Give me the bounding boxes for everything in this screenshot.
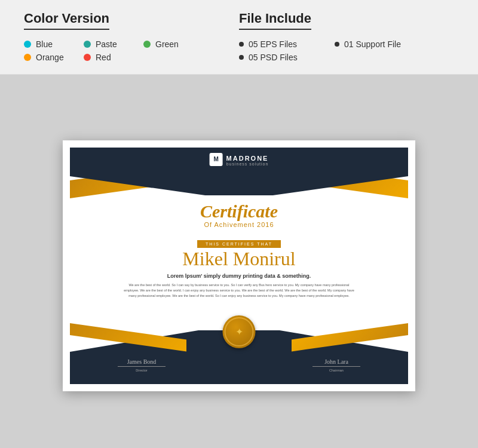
wax-seal: ✦ <box>223 315 256 348</box>
cert-title-sub: Of Achivement 2016 <box>200 221 278 228</box>
cert-brand-name: MADRONE <box>226 155 269 162</box>
paste-dot <box>84 41 91 48</box>
wax-seal-icon: ✦ <box>235 326 243 337</box>
blue-dot <box>24 41 31 48</box>
color-label-orange: Orange <box>36 53 64 62</box>
certificate-inner: M MADRONE business solution Certificate … <box>70 148 408 384</box>
sig-right-line <box>312 366 360 367</box>
bullet-dot-psd <box>239 55 244 60</box>
orange-dot <box>24 54 31 61</box>
cert-body-text: We are the best of the world. So I can s… <box>124 283 354 298</box>
color-version-title: Color Version <box>24 11 109 30</box>
color-version-section: Color Version Blue Paste Green Orange Re… <box>24 11 239 62</box>
color-item-orange: Orange <box>24 53 84 62</box>
top-bar: Color Version Blue Paste Green Orange Re… <box>0 0 478 75</box>
file-item-eps: 05 EPS Files <box>239 39 335 49</box>
file-item-psd: 05 PSD Files <box>239 53 335 62</box>
file-label-support: 01 Support File <box>344 39 401 49</box>
color-item-blue: Blue <box>24 39 84 49</box>
certificate-frame: M MADRONE business solution Certificate … <box>63 140 415 391</box>
cert-logo-icon: M <box>210 153 223 166</box>
color-label-green: Green <box>155 39 179 49</box>
sig-left-title: Director <box>118 369 166 372</box>
cert-tagline: Lorem lpsum' simply dummy printing data … <box>167 273 311 279</box>
bullet-dot-support <box>335 42 339 47</box>
file-include-title: File Include <box>239 11 311 30</box>
cert-logo: M MADRONE business solution <box>210 152 269 166</box>
color-list: Blue Paste Green Orange Red <box>24 39 239 62</box>
cert-recipient-name: Mikel Monirul <box>182 248 295 270</box>
color-item-paste: Paste <box>84 39 143 49</box>
cert-title-area: Certificate Of Achivement 2016 <box>200 201 278 228</box>
cert-brand-sub: business solution <box>226 162 269 166</box>
color-item-red: Red <box>84 53 143 62</box>
sig-left-line <box>118 366 166 367</box>
file-list: 05 EPS Files 01 Support File 05 PSD File… <box>239 39 454 62</box>
cert-brand-group: MADRONE business solution <box>226 152 269 166</box>
file-label-psd: 05 PSD Files <box>249 53 298 62</box>
certifies-label: THIS CERTIFIES THAT <box>197 240 281 248</box>
cert-title-main: Certificate <box>200 201 278 221</box>
sig-left-name: James Bond <box>118 358 166 365</box>
file-include-section: File Include 05 EPS Files 01 Support Fil… <box>239 11 454 62</box>
cert-header-content: M MADRONE business solution <box>210 152 269 166</box>
bullet-dot-eps <box>239 42 244 47</box>
sig-left: James Bond Director <box>118 358 166 372</box>
sig-right-name: John Lara <box>312 358 360 365</box>
color-item-green: Green <box>143 39 203 49</box>
file-item-support: 01 Support File <box>335 39 430 49</box>
file-label-eps: 05 EPS Files <box>249 39 297 49</box>
color-label-paste: Paste <box>96 39 117 49</box>
color-label-red: Red <box>96 53 111 62</box>
red-dot <box>84 54 91 61</box>
color-label-blue: Blue <box>36 39 53 49</box>
green-dot <box>143 41 151 48</box>
sig-right-title: Chairman <box>312 369 360 372</box>
sig-right: John Lara Chairman <box>312 358 360 372</box>
preview-area: M MADRONE business solution Certificate … <box>0 75 478 448</box>
